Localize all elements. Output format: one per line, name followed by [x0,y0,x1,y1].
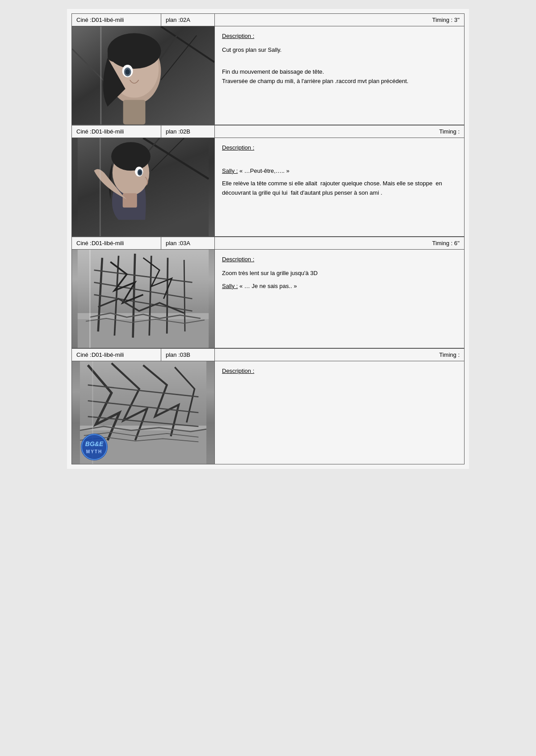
cine-label-2: Ciné :D01-libé-mili [72,125,161,138]
header-row-1: Ciné :D01-libé-mili plan :02A Timing : 3… [71,13,465,26]
plan-label-1: plan :02A [161,14,215,26]
svg-point-11 [126,69,130,75]
desc-text-1b: Fin du mouvement de baissage de tête.Tra… [222,67,457,86]
desc-title-3: Description : [222,255,457,264]
logo-container: BG&E MYTH [75,434,113,460]
desc-text-3a: Zoom très lent sur la grille jusqu'à 3D [222,269,457,278]
desc-text-1a: Cut gros plan sur Sally. [222,46,457,55]
desc-extra-2: Elle relève la tête comme si elle allait… [222,179,457,198]
description-cell-1: Description : Cut gros plan sur Sally. F… [215,26,464,125]
header-row-2: Ciné :D01-libé-mili plan :02B Timing : [71,125,465,138]
sally-quote-3: Sally : « … Je ne sais pas.. » [222,282,457,291]
scene-image-1 [72,26,214,125]
content-row-2: Description : Sally : « …Peut-être,….. »… [71,138,465,237]
svg-point-8 [108,33,161,69]
image-cell-2 [72,138,215,236]
content-row-1: Description : Cut gros plan sur Sally. F… [71,26,465,125]
svg-rect-23 [123,193,137,208]
image-cell-1 [72,26,215,125]
svg-point-22 [138,170,142,174]
cine-label-3: Ciné :D01-libé-mili [72,237,161,249]
description-cell-2: Description : Sally : « …Peut-être,….. »… [215,138,464,236]
image-cell-4: BG&E MYTH [72,361,215,464]
desc-title-1: Description : [222,32,457,41]
timing-label-3: Timing : 6'' [215,237,464,249]
plan-label-3: plan :03A [161,237,215,249]
sally-quote-2: Sally : « …Peut-être,….. » [222,167,457,176]
svg-line-33 [184,260,185,331]
desc-title-4: Description : [222,367,457,376]
plan-label-4: plan :03B [161,349,215,361]
timing-label-2: Timing : [215,125,464,138]
scene-image-2 [72,138,214,236]
timing-label-1: Timing : 3'' [215,14,464,26]
timing-label-4: Timing : [215,349,464,361]
logo-svg: BG&E MYTH [75,434,113,460]
header-row-4: Ciné :D01-libé-mili plan :03B Timing : [71,348,465,361]
plan-label-2: plan :02B [161,125,215,138]
svg-line-32 [167,258,168,334]
header-row-3: Ciné :D01-libé-mili plan :03A Timing : 6… [71,237,465,250]
content-row-4: BG&E MYTH Description : [71,361,465,464]
storyboard-page: Ciné :D01-libé-mili plan :02A Timing : 3… [67,9,469,469]
cine-label-4: Ciné :D01-libé-mili [72,349,161,361]
svg-rect-12 [123,100,146,125]
scene-image-3 [72,250,214,348]
cine-label-1: Ciné :D01-libé-mili [72,14,161,26]
description-cell-4: Description : [215,361,464,464]
sally-name-3: Sally : [222,283,238,289]
image-cell-3 [72,250,215,348]
svg-text:MYTH: MYTH [86,449,102,454]
description-cell-3: Description : Zoom très lent sur la gril… [215,250,464,348]
desc-title-2: Description : [222,143,457,153]
sally-name-2: Sally : [222,167,238,174]
content-row-3: Description : Zoom très lent sur la gril… [71,250,465,348]
svg-text:BG&E: BG&E [85,440,104,447]
svg-point-19 [111,142,151,171]
